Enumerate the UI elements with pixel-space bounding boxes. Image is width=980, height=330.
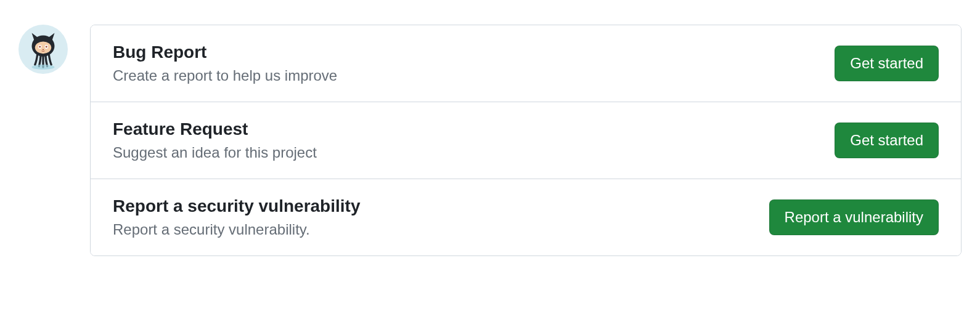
issue-template-chooser: Bug Report Create a report to help us im… <box>18 25 962 256</box>
template-item-feature-request: Feature Request Suggest an idea for this… <box>91 102 961 179</box>
template-title: Bug Report <box>113 42 337 62</box>
template-text: Bug Report Create a report to help us im… <box>113 42 337 84</box>
svg-point-6 <box>43 49 44 50</box>
octocat-icon <box>23 29 63 70</box>
template-text: Report a security vulnerability Report a… <box>113 196 360 238</box>
report-vulnerability-button[interactable]: Report a vulnerability <box>769 199 939 235</box>
octocat-avatar <box>18 25 68 74</box>
svg-point-1 <box>35 41 51 54</box>
get-started-button-bug[interactable]: Get started <box>835 46 939 81</box>
template-description: Suggest an idea for this project <box>113 144 317 161</box>
template-item-bug-report: Bug Report Create a report to help us im… <box>91 25 961 102</box>
template-title: Report a security vulnerability <box>113 196 360 216</box>
get-started-button-feature[interactable]: Get started <box>835 123 939 158</box>
template-text: Feature Request Suggest an idea for this… <box>113 119 317 161</box>
svg-point-4 <box>39 46 41 48</box>
template-item-security-vulnerability: Report a security vulnerability Report a… <box>91 179 961 256</box>
template-list: Bug Report Create a report to help us im… <box>90 25 962 256</box>
svg-point-7 <box>32 65 55 70</box>
template-title: Feature Request <box>113 119 317 139</box>
template-description: Report a security vulnerability. <box>113 221 360 238</box>
svg-point-5 <box>46 46 47 48</box>
template-description: Create a report to help us improve <box>113 67 337 84</box>
